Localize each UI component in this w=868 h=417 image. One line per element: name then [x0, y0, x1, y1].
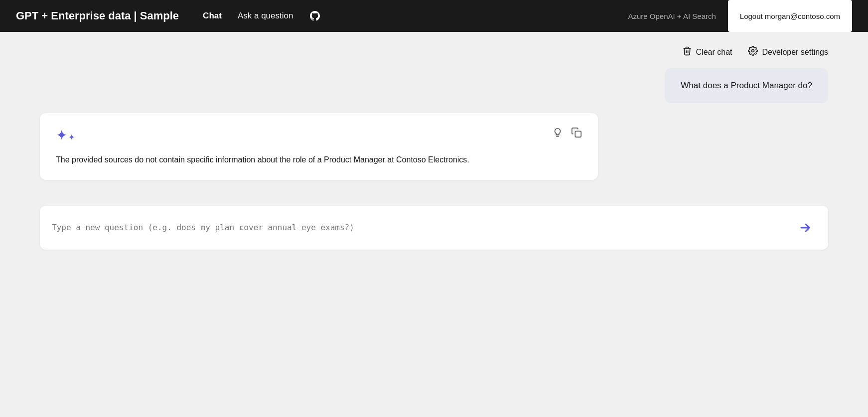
developer-settings-button[interactable]: Developer settings — [748, 46, 828, 58]
sparkle-icon: ✦ ✦ — [56, 127, 75, 143]
navbar-right: Azure OpenAI + AI Search Logout morgan@c… — [628, 0, 852, 32]
logout-button[interactable]: Logout morgan@contoso.com — [728, 0, 852, 32]
svg-point-0 — [752, 50, 754, 52]
github-icon[interactable] — [309, 10, 321, 22]
app-brand: GPT + Enterprise data | Sample — [16, 9, 179, 22]
ai-action-icons — [552, 127, 582, 140]
nav-ask-question[interactable]: Ask a question — [238, 11, 293, 21]
chat-input[interactable] — [52, 222, 794, 234]
main-content: Clear chat Developer settings What does … — [0, 32, 868, 417]
ai-response-header: ✦ ✦ — [56, 127, 582, 143]
nav-links: Chat Ask a question — [203, 10, 628, 22]
clear-chat-label: Clear chat — [696, 48, 732, 57]
sparkle-small: ✦ — [68, 133, 75, 142]
trash-icon — [682, 46, 692, 58]
chat-input-container — [40, 206, 828, 250]
user-message-container: What does a Product Manager do? — [40, 68, 828, 103]
svg-rect-2 — [575, 131, 581, 137]
sparkle-big: ✦ — [56, 127, 67, 143]
lightbulb-button[interactable] — [552, 127, 563, 140]
ai-response-text: The provided sources do not contain spec… — [56, 153, 582, 166]
send-button[interactable] — [794, 219, 816, 237]
clear-chat-button[interactable]: Clear chat — [682, 46, 732, 58]
user-message: What does a Product Manager do? — [665, 68, 828, 103]
action-bar: Clear chat Developer settings — [40, 32, 828, 68]
navbar: GPT + Enterprise data | Sample Chat Ask … — [0, 0, 868, 32]
gear-icon — [748, 46, 758, 58]
clipboard-button[interactable] — [571, 127, 582, 140]
nav-chat[interactable]: Chat — [203, 11, 222, 21]
azure-label: Azure OpenAI + AI Search — [628, 12, 716, 20]
chat-area: What does a Product Manager do? ✦ ✦ — [40, 68, 828, 397]
ai-response-container: ✦ ✦ — [40, 113, 828, 180]
ai-response-card: ✦ ✦ — [40, 113, 598, 180]
developer-settings-label: Developer settings — [762, 48, 828, 57]
